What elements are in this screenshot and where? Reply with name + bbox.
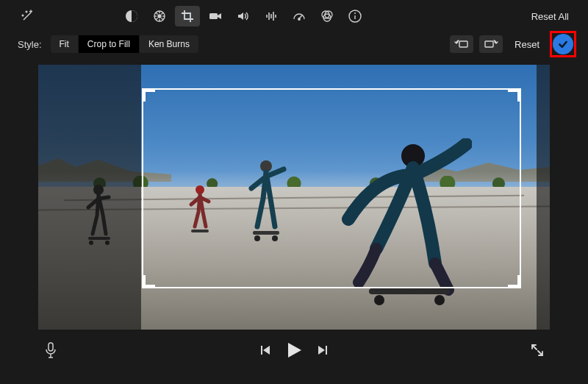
svg-rect-26 <box>459 41 467 47</box>
svg-point-19 <box>298 18 300 20</box>
color-balance-button[interactable] <box>119 6 144 26</box>
reset-crop-button[interactable]: Reset <box>514 39 539 50</box>
svg-line-11 <box>157 18 158 20</box>
apply-crop-button[interactable] <box>553 34 573 54</box>
style-crop-to-fill-button[interactable]: Crop to Fill <box>78 35 139 53</box>
dimmed-region-right <box>537 65 550 330</box>
play-button[interactable] <box>278 338 310 363</box>
adjust-toolbar: Reset All <box>0 0 588 29</box>
fullscreen-button[interactable] <box>525 338 550 363</box>
rotate-ccw-button[interactable] <box>450 35 473 53</box>
color-correction-button[interactable] <box>147 6 172 26</box>
next-frame-button[interactable] <box>310 338 335 363</box>
crop-handle-tr[interactable] <box>508 88 521 102</box>
svg-rect-39 <box>369 288 450 294</box>
svg-point-41 <box>434 295 445 305</box>
svg-line-8 <box>157 13 158 15</box>
color-filter-button[interactable] <box>315 6 340 26</box>
svg-rect-27 <box>485 41 493 47</box>
svg-rect-42 <box>49 343 53 351</box>
crop-rectangle[interactable] <box>142 88 521 288</box>
noise-reduction-button[interactable] <box>259 6 284 26</box>
svg-line-0 <box>24 13 31 20</box>
crop-handle-bl[interactable] <box>142 275 155 288</box>
svg-line-10 <box>162 13 163 15</box>
volume-button[interactable] <box>231 6 256 26</box>
style-ken-burns-button[interactable]: Ken Burns <box>139 35 198 53</box>
voiceover-button[interactable] <box>38 338 63 363</box>
prev-frame-button[interactable] <box>253 338 278 363</box>
enhance-magic-wand-button[interactable] <box>15 6 40 26</box>
style-label: Style: <box>18 39 42 50</box>
info-button[interactable] <box>343 6 368 26</box>
rotate-cw-button[interactable] <box>479 35 503 53</box>
crop-button[interactable] <box>175 6 200 26</box>
svg-point-25 <box>354 13 356 14</box>
stabilization-button[interactable] <box>203 6 228 26</box>
svg-point-3 <box>158 15 161 18</box>
svg-line-9 <box>162 18 163 20</box>
speed-button[interactable] <box>287 6 312 26</box>
style-fit-button[interactable]: Fit <box>51 35 78 53</box>
crop-handle-tl[interactable] <box>142 88 155 102</box>
svg-rect-12 <box>209 13 218 19</box>
preview-viewer[interactable] <box>38 65 550 330</box>
playback-bar <box>0 330 588 371</box>
svg-rect-43 <box>261 346 262 355</box>
dimmed-region-left <box>38 65 141 330</box>
crop-handle-br[interactable] <box>508 275 521 288</box>
svg-rect-44 <box>326 346 327 355</box>
crop-style-bar: Style: Fit Crop to Fill Ken Burns Reset <box>0 29 588 59</box>
crop-style-segmented: Fit Crop to Fill Ken Burns <box>51 35 198 53</box>
apply-highlight-box <box>550 31 576 57</box>
reset-all-button[interactable]: Reset All <box>531 11 569 22</box>
svg-point-40 <box>374 295 384 305</box>
